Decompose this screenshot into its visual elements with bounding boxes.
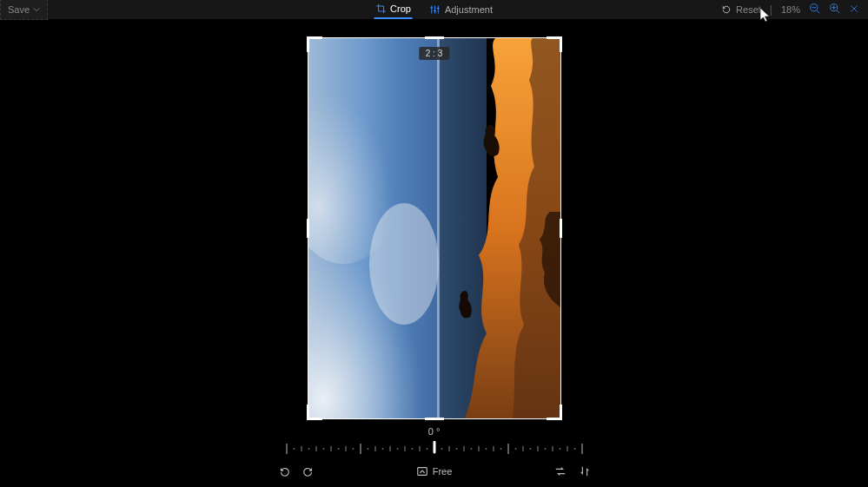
- svg-rect-7: [437, 38, 440, 418]
- bottom-controls: 0 °: [0, 426, 868, 487]
- crop-handle-right[interactable]: [560, 219, 562, 238]
- svg-point-37: [411, 448, 413, 450]
- svg-point-47: [559, 448, 560, 450]
- tab-adjustment-label: Adjustment: [445, 4, 493, 15]
- svg-point-42: [485, 448, 487, 450]
- crop-handle-top[interactable]: [425, 36, 444, 39]
- tab-adjustment[interactable]: Adjustment: [428, 0, 494, 19]
- flip-horizontal-button[interactable]: [554, 465, 567, 477]
- zoom-out-button[interactable]: [809, 3, 820, 16]
- rotate-right-button[interactable]: [302, 465, 315, 477]
- svg-point-32: [337, 448, 339, 450]
- tab-crop[interactable]: Crop: [374, 0, 413, 19]
- save-label: Save: [8, 4, 30, 15]
- rotate-left-button[interactable]: [278, 465, 290, 477]
- zoom-out-icon: [809, 3, 820, 14]
- flip-vertical-button[interactable]: [579, 465, 591, 477]
- sliders-icon: [430, 4, 441, 15]
- aspect-ratio-icon: [416, 465, 428, 477]
- rotation-ruler[interactable]: [285, 439, 584, 458]
- edited-image: [308, 38, 560, 418]
- image-canvas: 2 : 3: [0, 35, 868, 421]
- svg-point-39: [441, 448, 442, 450]
- rotate-right-icon: [302, 465, 315, 477]
- flip-vertical-icon: [579, 465, 591, 477]
- right-tools: Reset | 18%: [721, 0, 868, 19]
- crop-icon: [375, 3, 386, 14]
- crop-tool-row: Free: [278, 465, 591, 477]
- svg-point-6: [369, 203, 439, 325]
- aspect-mode-label: Free: [433, 466, 453, 477]
- chevron-down-icon: [33, 6, 40, 13]
- svg-point-30: [308, 448, 309, 450]
- reset-button[interactable]: Reset: [721, 4, 761, 15]
- svg-point-36: [396, 448, 398, 450]
- undo-icon: [721, 4, 732, 15]
- svg-point-43: [500, 448, 501, 450]
- svg-point-34: [367, 448, 368, 450]
- save-button[interactable]: Save: [0, 0, 48, 20]
- svg-point-35: [381, 448, 383, 450]
- crop-frame[interactable]: 2 : 3: [308, 37, 561, 419]
- rotation-pointer[interactable]: [433, 441, 435, 453]
- rotation-degree: 0 °: [428, 426, 441, 437]
- tab-crop-label: Crop: [390, 3, 411, 14]
- rotate-left-icon: [278, 465, 290, 477]
- zoom-in-icon: [829, 3, 840, 14]
- svg-rect-49: [417, 468, 427, 476]
- zoom-in-button[interactable]: [829, 3, 840, 16]
- mode-tabs: Crop Adjustment: [374, 0, 494, 19]
- crop-handle-bottom[interactable]: [425, 418, 444, 420]
- svg-point-38: [426, 448, 427, 450]
- svg-point-45: [529, 448, 531, 450]
- reset-label: Reset: [736, 4, 761, 15]
- cursor-icon: [759, 7, 772, 23]
- svg-point-33: [352, 448, 354, 450]
- crop-handle-left[interactable]: [307, 219, 309, 238]
- top-toolbar: Save Crop Adjustment Reset | 18%: [0, 0, 868, 19]
- zoom-level: 18%: [781, 4, 800, 15]
- close-icon: [849, 3, 859, 14]
- svg-point-40: [455, 448, 457, 450]
- svg-point-44: [514, 448, 516, 450]
- close-button[interactable]: [849, 3, 859, 16]
- flip-horizontal-icon: [554, 465, 567, 477]
- aspect-ratio-badge: 2 : 3: [419, 47, 449, 60]
- svg-point-31: [322, 448, 324, 450]
- svg-point-48: [573, 448, 575, 450]
- svg-point-41: [470, 448, 472, 450]
- svg-point-29: [293, 448, 295, 450]
- aspect-ratio-button[interactable]: Free: [416, 465, 453, 477]
- svg-point-46: [544, 448, 546, 450]
